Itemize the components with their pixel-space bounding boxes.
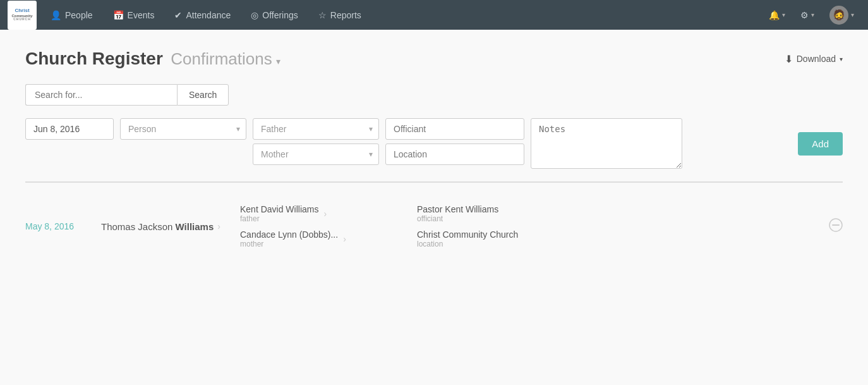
notifications-caret: ▾ <box>782 11 785 18</box>
bell-icon: 🔔 <box>769 10 780 20</box>
nav-item-reports-label: Reports <box>330 10 361 20</box>
officiant-name: Pastor Kent Williams <box>417 204 816 214</box>
father-select[interactable]: Father <box>253 118 379 140</box>
search-row: Search <box>25 84 843 106</box>
nav-item-people[interactable]: 👤 People <box>42 5 102 25</box>
nav-item-offerings[interactable]: ◎ Offerings <box>242 5 307 25</box>
location-name: Christ Community Church <box>417 229 816 240</box>
mother-item[interactable]: Candace Lynn (Dobbs)... mother › <box>240 229 404 248</box>
table-row: May 8, 2016 Thomas Jackson Williams › Ke… <box>25 195 843 257</box>
app-logo[interactable]: Christ Community CHURCH <box>8 1 37 30</box>
record-official: Pastor Kent Williams officiant Christ Co… <box>417 204 816 248</box>
mother-select-wrapper: Mother ▾ <box>253 144 379 165</box>
search-input[interactable] <box>25 84 177 106</box>
person-select[interactable]: Person <box>120 118 246 140</box>
profile-button[interactable]: 🧔 ▾ <box>823 2 860 28</box>
gear-icon: ⚙ <box>800 10 809 20</box>
mother-select[interactable]: Mother <box>253 144 379 165</box>
page-title: Church Register <box>25 49 163 68</box>
mother-role: mother <box>240 240 338 248</box>
nav-item-attendance-label: Attendance <box>186 10 231 20</box>
record-person-name: Thomas Jackson Williams <box>101 221 214 232</box>
notes-field[interactable] <box>531 118 682 169</box>
location-field[interactable] <box>385 144 524 165</box>
father-name: Kent David Williams <box>240 204 318 214</box>
officiant-role: officiant <box>417 214 816 223</box>
father-select-wrapper: Father ▾ <box>253 118 379 140</box>
record-date: May 8, 2016 <box>25 221 88 231</box>
nav-item-offerings-label: Offerings <box>262 10 298 20</box>
nav-item-events[interactable]: 📅 Events <box>104 5 164 25</box>
minus-circle-icon <box>829 218 843 232</box>
father-chevron-icon: › <box>323 209 327 219</box>
settings-caret: ▾ <box>811 11 814 18</box>
records-list: May 8, 2016 Thomas Jackson Williams › Ke… <box>25 195 843 257</box>
download-label: Download <box>797 54 836 64</box>
nav-item-reports[interactable]: ☆ Reports <box>310 5 370 25</box>
nav-right: 🔔 ▾ ⚙ ▾ 🧔 ▾ <box>763 2 860 28</box>
events-icon: 📅 <box>113 10 124 20</box>
official-fields <box>385 118 524 165</box>
section-divider <box>25 181 843 183</box>
person-chevron-icon: › <box>217 221 220 231</box>
settings-button[interactable]: ⚙ ▾ <box>794 6 821 24</box>
mother-name: Candace Lynn (Dobbs)... <box>240 229 338 240</box>
officiant-field[interactable] <box>385 118 524 140</box>
add-button[interactable]: Add <box>798 132 843 156</box>
download-caret: ▾ <box>840 56 843 63</box>
person-select-wrapper: Person ▾ <box>120 118 246 140</box>
remove-button[interactable] <box>829 218 843 235</box>
navbar: Christ Community CHURCH 👤 People 📅 Event… <box>0 0 868 30</box>
page-header: Church Register Confirmations ▾ ⬇ Downlo… <box>25 49 843 69</box>
father-item[interactable]: Kent David Williams father › <box>240 204 404 223</box>
record-parents: Kent David Williams father › Candace Lyn… <box>240 204 404 248</box>
nav-item-events-label: Events <box>128 10 155 20</box>
download-icon: ⬇ <box>785 53 793 65</box>
officiant-item: Pastor Kent Williams officiant <box>417 204 816 223</box>
download-button[interactable]: ⬇ Download ▾ <box>785 53 843 65</box>
avatar: 🧔 <box>829 6 848 25</box>
record-person[interactable]: Thomas Jackson Williams › <box>101 221 227 232</box>
subtitle-caret: ▾ <box>276 56 280 66</box>
mother-info: Candace Lynn (Dobbs)... mother <box>240 229 338 248</box>
father-role: father <box>240 214 318 223</box>
father-info: Kent David Williams father <box>240 204 318 223</box>
nav-items: 👤 People 📅 Events ✔ Attendance ◎ Offerin… <box>42 5 763 25</box>
location-role: location <box>417 240 816 248</box>
page-subtitle: Confirmations <box>171 49 272 68</box>
logo-text: Christ Community CHURCH <box>12 8 33 21</box>
page-content: Church Register Confirmations ▾ ⬇ Downlo… <box>0 30 868 385</box>
mother-chevron-icon: › <box>343 234 346 244</box>
profile-caret: ▾ <box>851 11 854 18</box>
form-row: Person ▾ Father ▾ Mother ▾ <box>25 118 843 169</box>
parents-selects: Father ▾ Mother ▾ <box>253 118 379 165</box>
page-title-area: Church Register Confirmations ▾ <box>25 49 280 69</box>
location-item: Christ Community Church location <box>417 229 816 248</box>
offerings-icon: ◎ <box>251 10 258 20</box>
attendance-icon: ✔ <box>174 10 182 20</box>
search-button[interactable]: Search <box>177 84 229 106</box>
notifications-button[interactable]: 🔔 ▾ <box>763 6 792 24</box>
reports-icon: ☆ <box>318 10 327 20</box>
people-icon: 👤 <box>51 10 61 20</box>
nav-item-attendance[interactable]: ✔ Attendance <box>166 5 239 25</box>
date-field[interactable] <box>25 118 114 140</box>
nav-item-people-label: People <box>65 10 93 20</box>
